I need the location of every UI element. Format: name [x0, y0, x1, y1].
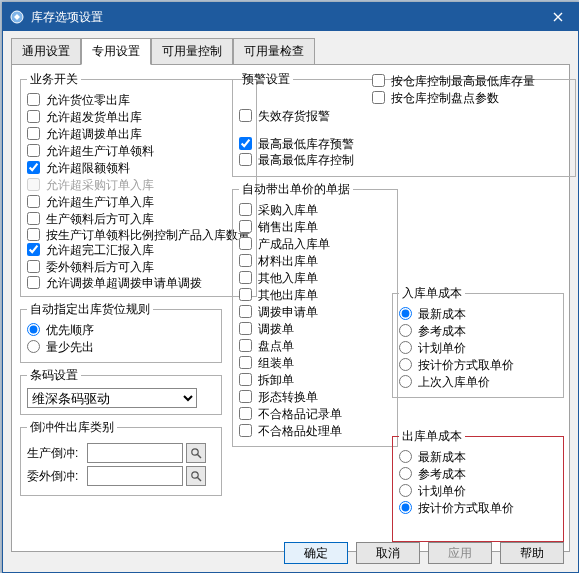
tab-avail-control[interactable]: 可用量控制 [151, 38, 233, 65]
apply-button[interactable]: 应用 [428, 542, 492, 564]
chk-autoprice-13[interactable]: 不合格品处理单 [239, 423, 391, 440]
chk-expire-alarm[interactable]: 失效存货报警 [239, 108, 330, 125]
chk-business-7[interactable]: 生产领料后方可入库 [27, 211, 250, 228]
rdo-incost-3[interactable]: 按计价方式取单价 [399, 357, 557, 374]
group-offset: 倒冲件出库类别 生产倒冲: 委外倒冲: [20, 419, 222, 496]
close-button[interactable] [542, 5, 574, 29]
chk-maxmin-warning[interactable]: 最高最低库存预警 [239, 136, 354, 153]
group-barcode: 条码设置 维深条码驱动 [20, 367, 222, 415]
rdo-incost-2[interactable]: 计划单价 [399, 340, 557, 357]
group-auto-out: 自动指定出库货位规则 优先顺序 量少先出 [20, 301, 222, 363]
group-out-cost-legend: 出库单成本 [399, 428, 465, 445]
rdo-autoout-1[interactable]: 量少先出 [27, 339, 215, 356]
group-out-cost: 出库单成本 最新成本 参考成本 计划单价 按计价方式取单价 [392, 428, 564, 542]
window-title: 库存选项设置 [31, 9, 542, 26]
tab-general[interactable]: 通用设置 [11, 38, 81, 65]
chk-wh-count-param[interactable]: 按仓库控制盘点参数 [372, 90, 562, 107]
chk-autoprice-8[interactable]: 盘点单 [239, 338, 391, 355]
svg-point-1 [192, 449, 198, 455]
chk-autoprice-11[interactable]: 形态转换单 [239, 389, 391, 406]
rdo-autoout-0[interactable]: 优先顺序 [27, 322, 215, 339]
chk-autoprice-0[interactable]: 采购入库单 [239, 202, 391, 219]
titlebar[interactable]: 库存选项设置 [3, 3, 578, 31]
tab-avail-check[interactable]: 可用量检查 [233, 38, 315, 65]
offset-out-input[interactable] [87, 466, 183, 486]
chk-business-1[interactable]: 允许超发货单出库 [27, 109, 250, 126]
chk-autoprice-1[interactable]: 销售出库单 [239, 219, 391, 236]
rdo-incost-0[interactable]: 最新成本 [399, 306, 557, 323]
offset-prod-input[interactable] [87, 443, 183, 463]
group-in-cost-legend: 入库单成本 [399, 285, 465, 302]
help-button[interactable]: 帮助 [500, 542, 564, 564]
rdo-outcost-3[interactable]: 按计价方式取单价 [399, 500, 557, 517]
chk-business-8[interactable]: 按生产订单领料比例控制产品入库数量 [27, 228, 250, 242]
chk-autoprice-2[interactable]: 产成品入库单 [239, 236, 391, 253]
chk-business-3[interactable]: 允许超生产订单领料 [27, 143, 250, 160]
chk-autoprice-5[interactable]: 其他出库单 [239, 287, 391, 304]
tab-strip: 通用设置 专用设置 可用量控制 可用量检查 [3, 31, 578, 64]
chk-autoprice-7[interactable]: 调拨单 [239, 321, 391, 338]
chk-business-11[interactable]: 允许调拨单超调拨申请单调拨 [27, 276, 250, 290]
group-business: 业务开关 允许货位零出库 允许超发货单出库 允许超调拨单出库 允许超生产订单领料… [20, 71, 257, 297]
tab-special[interactable]: 专用设置 [81, 38, 151, 65]
dialog-buttons: 确定 取消 应用 帮助 [284, 542, 564, 564]
group-alert-legend: 预警设置 [239, 71, 293, 88]
offset-prod-label: 生产倒冲: [27, 445, 87, 462]
rdo-outcost-1[interactable]: 参考成本 [399, 466, 557, 483]
app-icon [9, 9, 25, 25]
rdo-incost-1[interactable]: 参考成本 [399, 323, 557, 340]
group-auto-out-legend: 自动指定出库货位规则 [27, 301, 153, 318]
group-offset-legend: 倒冲件出库类别 [27, 419, 117, 436]
offset-out-label: 委外倒冲: [27, 468, 87, 485]
chk-business-4[interactable]: 允许超限额领料 [27, 160, 250, 177]
rdo-outcost-2[interactable]: 计划单价 [399, 483, 557, 500]
ok-button[interactable]: 确定 [284, 542, 348, 564]
chk-autoprice-9[interactable]: 组装单 [239, 355, 391, 372]
group-barcode-legend: 条码设置 [27, 367, 81, 384]
chk-business-0[interactable]: 允许货位零出库 [27, 92, 250, 109]
chk-business-2[interactable]: 允许超调拨单出库 [27, 126, 250, 143]
group-business-legend: 业务开关 [27, 71, 81, 88]
group-auto-price: 自动带出单价的单据 采购入库单 销售出库单 产成品入库单 材料出库单 其他入库单… [232, 181, 398, 447]
dialog-window: 库存选项设置 通用设置 专用设置 可用量控制 可用量检查 业务开关 允许货位零出… [2, 2, 579, 573]
barcode-driver-select[interactable]: 维深条码驱动 [27, 388, 197, 408]
panel-special: 业务开关 允许货位零出库 允许超发货单出库 允许超调拨单出库 允许超生产订单领料… [11, 64, 570, 552]
chk-business-5: 允许超采购订单入库 [27, 177, 250, 194]
svg-line-2 [198, 455, 202, 459]
chk-autoprice-12[interactable]: 不合格品记录单 [239, 406, 391, 423]
offset-out-lookup-button[interactable] [186, 466, 206, 486]
group-in-cost: 入库单成本 最新成本 参考成本 计划单价 按计价方式取单价 上次入库单价 [392, 285, 564, 398]
offset-prod-lookup-button[interactable] [186, 443, 206, 463]
svg-point-3 [192, 472, 198, 478]
chk-autoprice-3[interactable]: 材料出库单 [239, 253, 391, 270]
group-auto-price-legend: 自动带出单价的单据 [239, 181, 353, 198]
chk-business-9[interactable]: 允许超完工汇报入库 [27, 242, 250, 259]
cancel-button[interactable]: 取消 [356, 542, 420, 564]
chk-autoprice-10[interactable]: 拆卸单 [239, 372, 391, 389]
chk-maxmin-control[interactable]: 最高最低库存控制 [239, 152, 354, 169]
chk-business-6[interactable]: 允许超生产订单入库 [27, 194, 250, 211]
rdo-outcost-0[interactable]: 最新成本 [399, 449, 557, 466]
svg-line-4 [198, 478, 202, 482]
chk-wh-maxmin[interactable]: 按仓库控制最高最低库存量 [372, 73, 562, 90]
chk-autoprice-6[interactable]: 调拨申请单 [239, 304, 391, 321]
rdo-incost-4[interactable]: 上次入库单价 [399, 374, 557, 391]
chk-autoprice-4[interactable]: 其他入库单 [239, 270, 391, 287]
chk-business-10[interactable]: 委外领料后方可入库 [27, 259, 250, 276]
